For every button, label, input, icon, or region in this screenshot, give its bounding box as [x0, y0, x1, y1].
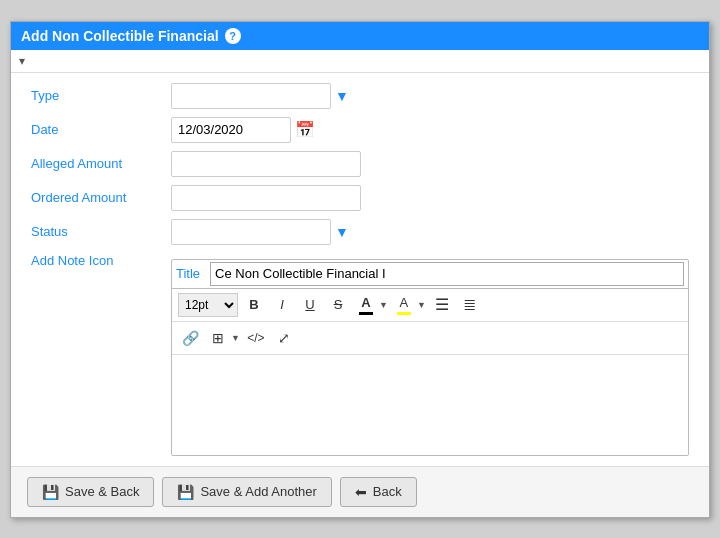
- type-dropdown-arrow[interactable]: ▼: [335, 88, 349, 104]
- underline-button[interactable]: U: [298, 293, 322, 317]
- highlight-button[interactable]: A: [392, 293, 416, 317]
- date-label: Date: [31, 122, 171, 137]
- fullscreen-button[interactable]: ⤢: [272, 326, 296, 350]
- back-icon: ⬅: [355, 484, 367, 500]
- numbered-list-button[interactable]: ≣: [458, 293, 482, 317]
- font-color-button[interactable]: A: [354, 293, 378, 317]
- status-label: Status: [31, 224, 171, 239]
- date-input[interactable]: [171, 117, 291, 143]
- toolbar-row2: 🔗 ⊞ ▼ </> ⤢: [172, 322, 688, 355]
- add-note-section: Add Note Icon Title 12pt 8pt 10pt: [31, 253, 689, 456]
- bullet-list-button[interactable]: ☰: [430, 293, 454, 317]
- status-input[interactable]: [171, 219, 331, 245]
- type-label: Type: [31, 88, 171, 103]
- calendar-icon[interactable]: 📅: [295, 120, 315, 139]
- table-arrow[interactable]: ▼: [231, 333, 240, 343]
- font-color-group: A ▼: [354, 293, 388, 317]
- main-window: Add Non Collectible Financial ? ▾ Type ▼…: [10, 21, 710, 518]
- collapse-bar[interactable]: ▾: [11, 50, 709, 73]
- save-add-button[interactable]: 💾 Save & Add Another: [162, 477, 331, 507]
- ordered-amount-row: Ordered Amount: [31, 185, 689, 211]
- link-button[interactable]: 🔗: [178, 326, 202, 350]
- table-button[interactable]: ⊞: [206, 326, 230, 350]
- add-note-icon-label: Add Note Icon: [31, 253, 171, 268]
- note-title-row: Title: [172, 260, 688, 289]
- back-label: Back: [373, 484, 402, 499]
- italic-button[interactable]: I: [270, 293, 294, 317]
- collapse-icon: ▾: [19, 54, 25, 68]
- note-container: Title 12pt 8pt 10pt 14pt 18pt B: [171, 253, 689, 456]
- status-row: Status ▼: [31, 219, 689, 245]
- back-button[interactable]: ⬅ Back: [340, 477, 417, 507]
- window-title: Add Non Collectible Financial: [21, 28, 219, 44]
- status-dropdown-arrow[interactable]: ▼: [335, 224, 349, 240]
- save-add-label: Save & Add Another: [200, 484, 316, 499]
- note-editor[interactable]: [172, 355, 688, 455]
- save-back-button[interactable]: 💾 Save & Back: [27, 477, 154, 507]
- date-wrapper: 📅: [171, 117, 315, 143]
- note-title-label: Title: [176, 266, 200, 281]
- table-group: ⊞ ▼: [206, 326, 240, 350]
- save-back-label: Save & Back: [65, 484, 139, 499]
- font-color-indicator: [359, 312, 373, 315]
- save-back-icon: 💾: [42, 484, 59, 500]
- alleged-amount-label: Alleged Amount: [31, 156, 171, 171]
- help-icon[interactable]: ?: [225, 28, 241, 44]
- alleged-amount-row: Alleged Amount: [31, 151, 689, 177]
- title-bar: Add Non Collectible Financial ?: [11, 22, 709, 50]
- font-size-select[interactable]: 12pt 8pt 10pt 14pt 18pt: [178, 293, 238, 317]
- form-body: Type ▼ Date 📅 Alleged Amount Ordered Amo…: [11, 73, 709, 466]
- strikethrough-button[interactable]: S: [326, 293, 350, 317]
- code-button[interactable]: </>: [244, 326, 268, 350]
- note-title-input[interactable]: [210, 262, 684, 286]
- highlight-group: A ▼: [392, 293, 426, 317]
- toolbar-row1: 12pt 8pt 10pt 14pt 18pt B I U S A: [172, 289, 688, 322]
- footer: 💾 Save & Back 💾 Save & Add Another ⬅ Bac…: [11, 466, 709, 517]
- status-wrapper: ▼: [171, 219, 349, 245]
- ordered-amount-label: Ordered Amount: [31, 190, 171, 205]
- note-editor-section: Title 12pt 8pt 10pt 14pt 18pt B: [171, 259, 689, 456]
- bold-button[interactable]: B: [242, 293, 266, 317]
- highlight-color-indicator: [397, 312, 411, 315]
- type-input[interactable]: [171, 83, 331, 109]
- type-row: Type ▼: [31, 83, 689, 109]
- font-color-label: A: [361, 295, 370, 310]
- save-add-icon: 💾: [177, 484, 194, 500]
- font-color-arrow[interactable]: ▼: [379, 300, 388, 310]
- highlight-label: A: [400, 295, 409, 310]
- ordered-amount-input[interactable]: [171, 185, 361, 211]
- highlight-arrow[interactable]: ▼: [417, 300, 426, 310]
- alleged-amount-input[interactable]: [171, 151, 361, 177]
- type-select-wrapper: ▼: [171, 83, 349, 109]
- date-row: Date 📅: [31, 117, 689, 143]
